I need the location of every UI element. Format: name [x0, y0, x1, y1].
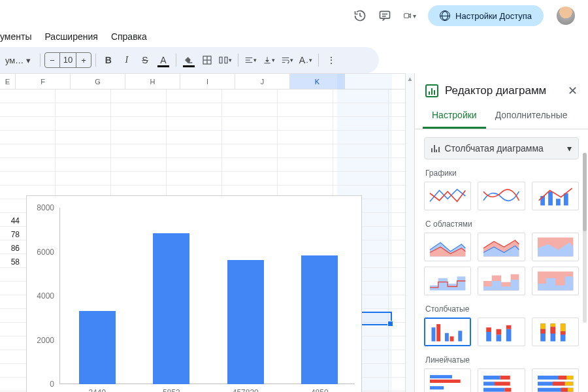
chart-bar: [79, 311, 116, 384]
y-tick: 6000: [37, 248, 54, 257]
chart-thumb-area-step-stacked[interactable]: [478, 267, 525, 295]
svg-rect-48: [560, 323, 565, 331]
vertical-scrollbar[interactable]: ▲▼: [405, 73, 414, 392]
chart-type-select[interactable]: Столбчатая диаграмма ▾: [424, 137, 579, 159]
chevron-down-icon: ▾: [567, 143, 572, 154]
merge-cells-button[interactable]: ▾: [217, 51, 234, 69]
meet-icon[interactable]: ▾: [403, 9, 416, 22]
svg-rect-67: [568, 388, 574, 392]
svg-rect-52: [430, 386, 444, 389]
section-label-line: Графики: [425, 169, 579, 178]
svg-rect-45: [550, 323, 555, 327]
column-header[interactable]: H: [125, 74, 180, 89]
tab-setup[interactable]: Настройки: [423, 103, 486, 129]
strikethrough-button[interactable]: S: [137, 51, 154, 69]
share-button[interactable]: Настройки Доступа: [428, 5, 544, 26]
panel-title: Редактор диаграмм: [445, 84, 561, 97]
svg-rect-0: [380, 11, 390, 18]
vertical-align-button[interactable]: ▾: [261, 51, 278, 69]
chart-thumb-column-stacked[interactable]: [478, 318, 525, 346]
chart-thumb-area-step[interactable]: [424, 267, 471, 295]
chart-thumb-bar[interactable]: [424, 368, 471, 392]
avatar[interactable]: [555, 5, 576, 26]
svg-rect-49: [560, 331, 565, 335]
svg-rect-32: [445, 333, 449, 342]
section-label-column: Столбчатые: [425, 304, 579, 314]
column-header[interactable]: I: [180, 74, 235, 89]
svg-rect-53: [483, 376, 500, 380]
svg-rect-33: [450, 336, 454, 342]
column-header[interactable]: F: [16, 74, 71, 89]
spreadsheet-grid[interactable]: E F G H I J K 44 78 86 58 0 2000 4000 60…: [0, 73, 405, 392]
svg-rect-61: [566, 376, 573, 380]
column-header[interactable]: G: [71, 74, 125, 89]
number-format-select[interactable]: ум… ▾: [0, 51, 36, 69]
font-size-increase[interactable]: +: [76, 53, 91, 67]
font-size-decrease[interactable]: −: [45, 53, 59, 67]
row-values: 44 78 86 58: [0, 216, 20, 271]
chart-thumb-area-step-100[interactable]: [532, 267, 579, 295]
svg-rect-64: [564, 382, 573, 385]
font-size-control: − 10 +: [44, 52, 91, 68]
number-format-label: ум…: [5, 56, 24, 65]
share-button-label: Настройки Доступа: [455, 11, 532, 21]
tab-customize[interactable]: Дополнительные: [486, 103, 577, 129]
menu-item[interactable]: Расширения: [44, 31, 97, 42]
svg-rect-46: [550, 327, 555, 333]
svg-rect-66: [561, 388, 567, 392]
more-toolbar-button[interactable]: ⋮: [323, 51, 340, 69]
svg-rect-54: [500, 376, 510, 380]
font-size-value[interactable]: 10: [59, 53, 76, 67]
chart-thumb-area[interactable]: [424, 233, 471, 261]
comment-icon[interactable]: [378, 9, 391, 22]
text-color-button[interactable]: A: [155, 51, 172, 69]
menu-item[interactable]: ументы: [0, 31, 31, 42]
italic-button[interactable]: I: [118, 51, 135, 69]
globe-icon: [440, 10, 450, 21]
svg-marker-4: [409, 14, 411, 17]
borders-button[interactable]: [199, 51, 216, 69]
svg-rect-16: [548, 191, 553, 205]
panel-body: Столбчатая диаграмма ▾ Графики С областя…: [415, 129, 588, 392]
column-header[interactable]: E: [0, 74, 16, 89]
svg-rect-51: [430, 380, 461, 383]
chart-thumb-column[interactable]: [424, 318, 471, 346]
text-rotation-button[interactable]: A→▾: [297, 51, 314, 69]
chart-thumb-area-stacked[interactable]: [478, 233, 525, 261]
chart-plot-area: 344958534578304850: [59, 208, 355, 384]
y-tick: 8000: [37, 203, 54, 212]
chart-thumb-bar-stacked[interactable]: [478, 368, 525, 392]
svg-rect-30: [432, 327, 436, 341]
panel-scrollbar-thumb[interactable]: [583, 153, 587, 231]
fill-color-button[interactable]: [180, 51, 197, 69]
toolbar: ум… ▾ − 10 + B I S A ▾ ▾ ▾ ▾ A→▾ ⋮: [0, 47, 379, 73]
app-top-bar: ▾ Настройки Доступа: [0, 0, 588, 31]
chart-x-label: 3449: [88, 388, 106, 392]
section-label-bar: Линейчатые: [425, 355, 579, 365]
svg-rect-37: [497, 335, 502, 341]
history-icon[interactable]: [353, 9, 367, 22]
cell-value: 44: [0, 216, 20, 230]
chart-thumb-area-100[interactable]: [532, 233, 579, 261]
menu-item[interactable]: Справка: [111, 31, 147, 42]
chart-x-label: 5853: [163, 388, 180, 392]
horizontal-align-button[interactable]: ▾: [242, 51, 259, 69]
chart-thumb-column-100[interactable]: [532, 318, 579, 346]
svg-rect-36: [487, 327, 492, 332]
svg-rect-63: [553, 382, 565, 385]
section-label-area: С областями: [425, 220, 579, 229]
text-wrap-button[interactable]: ▾: [279, 51, 296, 69]
y-tick: 0: [50, 380, 54, 389]
chart-thumb-line-basic[interactable]: [424, 182, 471, 210]
bold-button[interactable]: B: [100, 51, 117, 69]
embedded-chart[interactable]: 0 2000 4000 6000 8000 344958534578304850: [26, 195, 362, 392]
svg-rect-34: [458, 331, 462, 341]
chart-thumb-combo[interactable]: [532, 182, 579, 210]
chart-thumb-line-smooth[interactable]: [478, 182, 525, 210]
close-icon[interactable]: ✕: [568, 84, 578, 98]
chart-thumb-bar-100[interactable]: [532, 368, 579, 392]
svg-rect-42: [540, 323, 546, 329]
column-header[interactable]: J: [235, 74, 290, 89]
column-header-selected[interactable]: K: [290, 74, 345, 89]
column-headers: E F G H I J K: [0, 74, 405, 90]
